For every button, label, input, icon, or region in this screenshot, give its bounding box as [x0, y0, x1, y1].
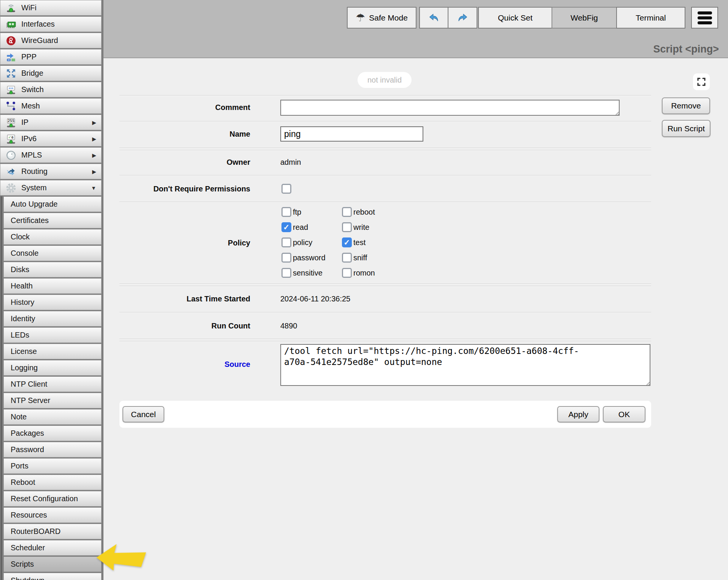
sidebar-item-scheduler[interactable]: Scheduler — [3, 540, 102, 556]
policy-checkbox-policy[interactable] — [281, 237, 291, 247]
policy-checkbox-romon[interactable] — [342, 268, 352, 278]
sidebar-item-logging[interactable]: Logging — [3, 360, 102, 376]
owner-label: Owner — [119, 157, 250, 167]
sidebar-item-health[interactable]: Health — [3, 278, 102, 294]
name-input[interactable] — [280, 126, 423, 142]
wifi-icon — [6, 3, 16, 13]
status-badge: not invalid — [358, 72, 412, 88]
sidebar-item-packages[interactable]: Packages — [3, 425, 102, 441]
policy-option-read: read — [281, 222, 342, 232]
sidebar-item-wifi[interactable]: WiFi — [0, 0, 102, 16]
policy-option-reboot: reboot — [342, 207, 426, 217]
sidebar-item-interfaces[interactable]: Interfaces — [0, 16, 102, 32]
chevron-right-icon: ▶ — [92, 152, 96, 158]
run-script-button[interactable]: Run Script — [662, 120, 711, 137]
ip-icon: 255 — [6, 117, 16, 128]
last-time-started-value: 2024-06-11 20:36:25 — [280, 293, 350, 304]
sidebar-item-ip[interactable]: 255IP▶ — [0, 115, 102, 130]
sidebar-item-ntp-client[interactable]: NTP Client — [3, 376, 102, 392]
sidebar-item-mpls[interactable]: MPLS▶ — [0, 147, 102, 163]
sidebar-item-identity[interactable]: Identity — [3, 311, 102, 327]
policy-checkbox-reboot[interactable] — [342, 207, 352, 217]
sidebar-item-system[interactable]: System▼ — [0, 180, 102, 196]
cancel-button[interactable]: Cancel — [122, 406, 164, 422]
quick-set-tab[interactable]: Quick Set — [478, 7, 552, 29]
policy-option-romon: romon — [342, 268, 426, 278]
sidebar-item-ntp-server[interactable]: NTP Server — [3, 393, 102, 408]
sidebar-item-routing[interactable]: Routing▶ — [0, 164, 102, 179]
sidebar-item-ppp[interactable]: PPP — [0, 49, 102, 65]
policy-option-sensitive: sensitive — [281, 268, 342, 278]
policy-checkbox-test[interactable] — [342, 237, 352, 247]
source-label: Source — [119, 359, 250, 370]
sidebar-item-note[interactable]: Note — [3, 409, 102, 425]
sidebar-item-reset-configuration[interactable]: Reset Configuration — [3, 491, 102, 507]
ok-button[interactable]: OK — [603, 406, 645, 422]
sidebar-item-mesh[interactable]: Mesh — [0, 98, 102, 114]
undo-arrow-icon — [427, 11, 441, 25]
chevron-right-icon: ▶ — [92, 120, 96, 126]
policy-checkbox-read[interactable] — [281, 222, 291, 232]
remove-button[interactable]: Remove — [662, 97, 710, 114]
policy-option-write: write — [342, 222, 426, 232]
policy-label: Policy — [119, 237, 250, 248]
sidebar-item-scripts[interactable]: Scripts — [3, 556, 102, 572]
safe-mode-button[interactable]: ☂ Safe Mode — [347, 7, 416, 29]
sidebar-item-history[interactable]: History — [3, 295, 102, 310]
undo-button[interactable] — [419, 7, 448, 29]
policy-options: ftprebootreadwritepolicytestpasswordsnif… — [281, 207, 426, 278]
sidebar-item-auto-upgrade[interactable]: Auto Upgrade — [3, 196, 102, 212]
policy-checkbox-password[interactable] — [281, 253, 291, 263]
page-title: Script <ping> — [653, 43, 719, 55]
sidebar-item-routerboard[interactable]: RouterBOARD — [3, 524, 102, 539]
webfig-app: WiFiInterfacesWireGuardPPPBridgeSwitchMe… — [0, 0, 728, 580]
chevron-right-icon: ▶ — [92, 169, 96, 175]
sidebar-item-resources[interactable]: Resources — [3, 507, 102, 523]
sidebar-item-leds[interactable]: LEDs — [3, 327, 102, 343]
sidebar-item-console[interactable]: Console — [3, 245, 102, 261]
policy-checkbox-write[interactable] — [342, 222, 352, 232]
policy-option-password: password — [281, 253, 342, 263]
sidebar-item-wireguard[interactable]: WireGuard — [0, 33, 102, 48]
sidebar: WiFiInterfacesWireGuardPPPBridgeSwitchMe… — [0, 0, 103, 580]
apply-button[interactable]: Apply — [557, 406, 599, 422]
sidebar-item-ports[interactable]: Ports — [3, 458, 102, 474]
ethernet-card-icon — [6, 19, 16, 30]
ipv6-icon: ✓6 — [6, 134, 16, 144]
fullscreen-button[interactable] — [693, 73, 710, 90]
redo-arrow-icon — [456, 11, 469, 25]
switch-icon — [6, 84, 16, 95]
gear-icon — [6, 183, 16, 193]
sidebar-item-certificates[interactable]: Certificates — [3, 213, 102, 228]
policy-checkbox-sensitive[interactable] — [281, 268, 291, 278]
source-textarea[interactable]: /tool fetch url="https://hc-ping.com/620… — [280, 344, 650, 386]
svg-text:255: 255 — [8, 119, 14, 123]
policy-option-sniff: sniff — [342, 253, 426, 263]
routing-icon — [6, 166, 16, 177]
terminal-tab[interactable]: Terminal — [616, 7, 685, 29]
hamburger-menu-button[interactable] — [691, 7, 718, 29]
policy-option-ftp: ftp — [281, 207, 342, 217]
sidebar-item-shutdown[interactable]: Shutdown — [3, 573, 102, 580]
sidebar-item-switch[interactable]: Switch — [0, 82, 102, 97]
sidebar-item-ipv6[interactable]: ✓6IPv6▶ — [0, 131, 102, 147]
sidebar-top-menu: WiFiInterfacesWireGuardPPPBridgeSwitchMe… — [0, 0, 103, 196]
sidebar-item-reboot[interactable]: Reboot — [3, 475, 102, 490]
sidebar-item-password[interactable]: Password — [3, 442, 102, 457]
dont-require-permissions-checkbox[interactable] — [281, 184, 291, 194]
svg-text:6: 6 — [11, 135, 14, 139]
webfig-tab[interactable]: WebFig — [552, 7, 617, 29]
script-form-panel: not invalid Remove Run Script Comment Na… — [103, 58, 728, 580]
policy-checkbox-ftp[interactable] — [281, 207, 291, 217]
fullscreen-icon — [697, 77, 706, 86]
sidebar-item-license[interactable]: License — [3, 344, 102, 359]
comment-label: Comment — [119, 102, 250, 113]
redo-button[interactable] — [448, 7, 477, 29]
sidebar-item-clock[interactable]: Clock — [3, 229, 102, 245]
comment-input[interactable] — [280, 100, 620, 116]
policy-checkbox-sniff[interactable] — [342, 253, 352, 263]
sidebar-item-bridge[interactable]: Bridge — [0, 65, 102, 81]
policy-option-test: test — [342, 237, 426, 247]
sidebar-item-disks[interactable]: Disks — [3, 262, 102, 277]
svg-text:✓: ✓ — [8, 135, 11, 139]
